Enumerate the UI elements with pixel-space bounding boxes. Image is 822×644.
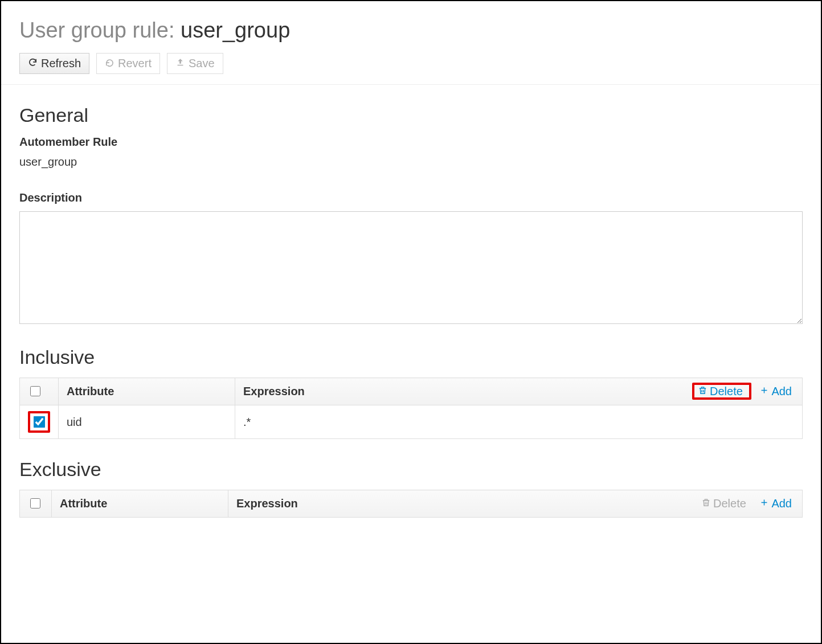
exclusive-delete-button[interactable]: Delete — [699, 496, 749, 511]
automember-rule-label: Automember Rule — [19, 136, 803, 149]
exclusive-expression-header-label: Expression — [236, 497, 298, 510]
inclusive-attribute-header: Attribute — [59, 378, 235, 405]
page-title-name: user_group — [181, 18, 290, 42]
description-textarea[interactable] — [19, 211, 803, 324]
highlight-delete: Delete — [692, 383, 751, 400]
refresh-label: Refresh — [41, 57, 81, 70]
revert-button[interactable]: Revert — [96, 53, 160, 74]
save-label: Save — [189, 57, 215, 70]
inclusive-add-button[interactable]: Add — [757, 384, 794, 399]
inclusive-add-label: Add — [771, 385, 792, 398]
plus-icon — [759, 497, 769, 510]
toolbar: Refresh Revert Save — [1, 53, 821, 85]
upload-icon — [175, 57, 185, 70]
exclusive-table: Attribute Expression Delete — [19, 490, 803, 518]
inclusive-heading: Inclusive — [19, 346, 803, 368]
inclusive-expression-header: Expression Delete — [235, 378, 803, 405]
exclusive-attribute-header: Attribute — [52, 490, 228, 518]
highlight-checkbox — [28, 411, 50, 433]
save-button[interactable]: Save — [167, 53, 223, 74]
exclusive-select-all-checkbox[interactable] — [30, 498, 40, 508]
inclusive-select-all-cell — [20, 378, 59, 405]
inclusive-table: Attribute Expression Delet — [19, 378, 803, 439]
exclusive-heading: Exclusive — [19, 458, 803, 481]
exclusive-add-label: Add — [771, 497, 792, 510]
inclusive-row-expression: .* — [235, 405, 803, 439]
inclusive-delete-button[interactable]: Delete — [696, 384, 745, 399]
inclusive-expression-header-label: Expression — [243, 385, 305, 398]
inclusive-delete-label: Delete — [710, 385, 743, 398]
page-title-prefix: User group rule: — [19, 18, 181, 42]
undo-icon — [105, 57, 114, 70]
table-row: uid .* — [20, 405, 803, 439]
inclusive-row-checkbox-cell — [20, 405, 59, 439]
exclusive-expression-header: Expression Delete — [228, 490, 803, 518]
general-heading: General — [19, 104, 803, 126]
inclusive-row-checkbox[interactable] — [34, 416, 46, 428]
inclusive-row-attribute: uid — [59, 405, 235, 439]
page-title: User group rule: user_group — [19, 18, 803, 43]
exclusive-add-button[interactable]: Add — [757, 496, 794, 511]
refresh-button[interactable]: Refresh — [19, 53, 89, 74]
trash-icon — [698, 385, 708, 398]
inclusive-select-all-checkbox[interactable] — [30, 386, 40, 396]
automember-rule-value: user_group — [19, 155, 803, 169]
trash-icon — [701, 497, 711, 510]
revert-label: Revert — [118, 57, 152, 70]
exclusive-delete-label: Delete — [713, 497, 746, 510]
description-label: Description — [19, 191, 803, 204]
refresh-icon — [28, 57, 38, 70]
exclusive-actions: Delete Add — [699, 496, 794, 511]
plus-icon — [759, 385, 769, 398]
inclusive-actions: Delete Add — [692, 384, 794, 399]
exclusive-select-all-cell — [20, 490, 52, 518]
